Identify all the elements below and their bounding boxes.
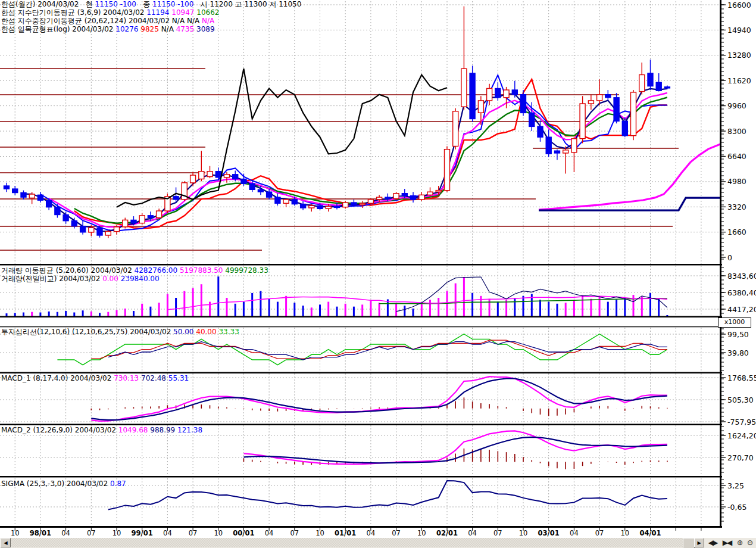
header-ichimoku-line: 한섬 일목균형표(log) 2004/03/02 10276 9825 N/A … [1, 25, 215, 33]
svg-text:6380,40: 6380,40 [727, 288, 756, 297]
svg-text:04: 04 [265, 529, 274, 537]
expand-horizontal-icon[interactable]: ◀▶ [706, 538, 719, 547]
svg-text:1768,55: 1768,55 [727, 373, 756, 382]
svg-text:4980: 4980 [727, 177, 746, 186]
svg-text:16600: 16600 [727, 1, 751, 10]
volume-compare-legend: 거래량(전일비교) 2004/03/02 0.00 239840.00 [1, 275, 160, 283]
horizontal-scrollbar[interactable]: ◀ ▶ ◀▶▶◀⊕⊖⊞ [0, 538, 756, 548]
svg-text:-757,95: -757,95 [727, 418, 756, 426]
svg-text:07: 07 [87, 529, 96, 537]
svg-text:0: 0 [727, 253, 732, 262]
svg-text:10: 10 [417, 529, 426, 537]
svg-text:07: 07 [493, 529, 502, 537]
zoom-out-icon[interactable]: ⊖ [745, 538, 754, 547]
svg-text:00/01: 00/01 [233, 529, 254, 537]
svg-text:9960: 9960 [727, 101, 746, 110]
svg-text:07: 07 [392, 529, 401, 537]
chart-application-window: 1660014940132801162099608300664049803320… [0, 0, 756, 548]
svg-text:39,80: 39,80 [727, 348, 749, 357]
svg-text:270,70: 270,70 [727, 453, 754, 462]
volume-unit-label: x1000 [718, 317, 751, 328]
svg-text:99/01: 99/01 [132, 529, 153, 537]
svg-text:04: 04 [163, 529, 172, 537]
svg-text:10: 10 [214, 529, 223, 537]
svg-text:04: 04 [61, 529, 70, 537]
collapse-horizontal-icon[interactable]: ▶◀ [720, 538, 733, 547]
svg-text:-0,65: -0,65 [727, 503, 746, 512]
svg-text:8343,60: 8343,60 [727, 272, 756, 281]
svg-text:03/01: 03/01 [538, 529, 560, 537]
header-quote-line: 한섬(월간) 2004/03/02 현 11150 -100 종 11150 -… [1, 0, 301, 8]
svg-text:14940: 14940 [727, 26, 751, 35]
svg-text:04: 04 [468, 529, 477, 537]
svg-text:4417,20: 4417,20 [727, 305, 756, 314]
header-short-ma-line: 한섬 지수단기이동평균 (3,6,9) 2004/03/02 11194 109… [1, 8, 220, 17]
svg-text:6640: 6640 [727, 152, 746, 161]
svg-text:10: 10 [315, 529, 324, 537]
svg-text:1660: 1660 [727, 228, 746, 236]
svg-text:3,25: 3,25 [727, 481, 744, 490]
svg-text:505,30: 505,30 [727, 396, 754, 404]
svg-text:8300: 8300 [727, 127, 746, 136]
svg-text:04/01: 04/01 [639, 529, 661, 537]
volume-ma-legend: 거래량 이동평균 (5,20,60) 2004/03/02 4282766.00… [1, 266, 268, 275]
svg-text:04: 04 [367, 529, 376, 537]
macd2-panel-title: MACD_2 (12,26,9,0) 2004/03/02 1049.68 98… [1, 426, 202, 434]
svg-text:10: 10 [113, 529, 121, 537]
scrollbar-track[interactable] [11, 538, 693, 547]
svg-text:04: 04 [570, 529, 579, 537]
svg-text:10: 10 [620, 529, 629, 537]
header-long-ma-line: 한섬 지수중장기이동평균 (20,62,124) 2004/03/02 N/A … [1, 17, 214, 25]
scroll-left-button[interactable]: ◀ [1, 538, 11, 547]
scroll-right-button[interactable]: ▶ [694, 538, 704, 547]
sigma-panel-title: SIGMA (25,3,-3,0) 2004/03/02 0.87 [1, 480, 126, 488]
svg-text:07: 07 [189, 529, 198, 537]
svg-text:13280: 13280 [727, 51, 751, 60]
svg-text:10: 10 [11, 529, 20, 537]
svg-text:07: 07 [290, 529, 299, 537]
svg-text:10: 10 [519, 529, 528, 537]
svg-text:02/01: 02/01 [436, 529, 458, 537]
svg-text:99,50: 99,50 [727, 330, 749, 339]
svg-text:07: 07 [595, 529, 604, 537]
svg-text:3320: 3320 [727, 203, 746, 211]
svg-text:11620: 11620 [727, 76, 751, 85]
scrollbar-thumb[interactable] [683, 538, 695, 548]
svg-text:98/01: 98/01 [30, 529, 51, 537]
svg-text:01/01: 01/01 [335, 529, 356, 537]
sentiment-panel-title: 투자심리선(12,10,6) (12,10,6,25,75) 2004/03/0… [1, 328, 239, 336]
svg-text:1624,20: 1624,20 [727, 431, 756, 440]
macd1-panel-title: MACD_1 (8,17,4,0) 2004/03/02 730.13 702.… [1, 374, 189, 382]
zoom-in-icon[interactable]: ⊕ [735, 538, 744, 547]
